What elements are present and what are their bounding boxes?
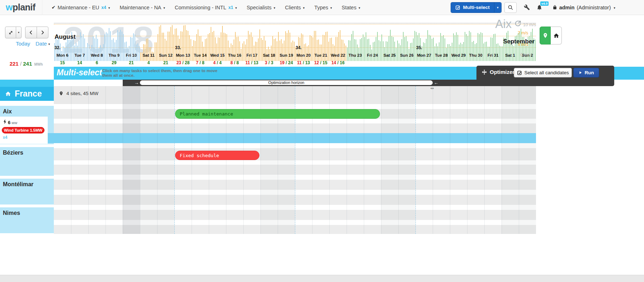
day-capacity: 29 [105, 60, 123, 65]
notifications-button[interactable]: v4.0 [536, 4, 542, 10]
menu-label: States [342, 5, 356, 10]
day-label: Thu 9 [105, 53, 123, 57]
day-capacity: 23 / 28 [174, 60, 192, 65]
multi-select-button[interactable]: Multi-select [451, 3, 494, 13]
chevron-down-icon: ▾ [18, 31, 19, 34]
task-planned-maintenance[interactable]: Planned maintenance [175, 109, 380, 119]
day-capacity: 3 / 3 [260, 60, 278, 65]
chevron-down-icon: ▾ [330, 5, 332, 10]
navbar-right: Multi-select ▾ v4.0 [451, 2, 644, 13]
zoom-range-button[interactable] [5, 27, 16, 38]
weekend-shade [278, 86, 295, 234]
menu-maintenance-eu[interactable]: ✔Maintenance - EUx4▾ [52, 5, 110, 10]
chevron-down-icon: ▾ [108, 5, 110, 10]
grid-column-line [347, 86, 347, 234]
admin-tools-button[interactable] [524, 4, 530, 10]
wind-scale-0: 0 m/s [520, 52, 531, 57]
grid-column-line [484, 86, 485, 234]
energy-total: 221 / 241 MWh [4, 61, 48, 67]
menu-label: Commissioning - INTL [175, 5, 226, 10]
day-label: Fri 17 [243, 53, 260, 57]
site-label-nimes[interactable]: Nimes [0, 207, 54, 216]
open-site-icon[interactable] [514, 20, 521, 27]
day-label: Sat 25 [381, 53, 398, 57]
weekend-shade [140, 86, 157, 234]
previous-period-button[interactable] [25, 27, 37, 38]
grid-column-line [519, 86, 519, 234]
app-logo[interactable]: wplanif [0, 0, 42, 15]
sites-summary: 4 sites, 45 MW [59, 91, 98, 96]
menu-specialists[interactable]: Specialists▾ [246, 5, 275, 10]
search-button[interactable] [504, 2, 517, 13]
home-view-button[interactable] [551, 27, 562, 44]
weekend-shade [398, 86, 415, 234]
check-square-icon [455, 5, 460, 10]
day-label: Fri 24 [364, 53, 381, 57]
menu-types[interactable]: Types▾ [314, 5, 332, 10]
play-icon [578, 71, 582, 75]
menu-label: Types [314, 5, 328, 10]
menu-maintenance-na[interactable]: Maintenance - NA▾ [119, 5, 165, 10]
focused-site-title: Aix [459, 17, 512, 31]
today-link[interactable]: Today [16, 41, 30, 47]
map-pin-button[interactable] [540, 27, 551, 44]
user-role: (Administrator) [577, 5, 611, 10]
check-icon: ✔ [52, 5, 56, 10]
day-label: Tue 28 [433, 53, 450, 57]
home-icon [5, 91, 11, 97]
grid-column-line [312, 86, 312, 234]
move-arrows-icon [481, 69, 487, 75]
optimization-horizon-bar[interactable]: Optimization horizon [140, 80, 433, 85]
chevron-down-icon: ▾ [358, 5, 360, 10]
chevron-right-icon [40, 30, 45, 35]
location-pin-icon [59, 91, 64, 96]
site-capacity: 6 MW [0, 117, 48, 125]
grid-column-line [415, 86, 416, 234]
day-capacity: 6 [88, 60, 105, 65]
day-capacity: 11 / 13 [243, 60, 260, 65]
menu-clients[interactable]: Clients▾ [285, 5, 305, 10]
wind-scale-7: 7 m/s [518, 30, 528, 36]
select-all-candidates-button[interactable]: Select all candidates [514, 68, 572, 77]
menu-label: Clients [285, 5, 301, 10]
turbine-count: x4 [3, 135, 48, 140]
turbine-type-badge[interactable]: Wind Turbine 1.5MW [2, 127, 44, 133]
user-menu[interactable]: admin (Administrator) ▾ [553, 5, 615, 10]
grid-column-line [140, 86, 140, 234]
zoom-range-dropdown[interactable]: ▾ [16, 27, 22, 38]
site-label-montelimar[interactable]: Montélimar [0, 179, 54, 188]
multi-select-label: Multi-select [463, 5, 489, 10]
site-label-beziers[interactable]: Béziers [0, 147, 54, 156]
chevron-down-icon: ▾ [235, 5, 237, 10]
menu-label: Maintenance - EU [58, 5, 99, 10]
horizon-label: Optimization horizon [268, 80, 304, 85]
day-label: Wed 15 [209, 53, 226, 57]
site-label-aix[interactable]: Aix [0, 106, 54, 115]
wind-scale-10: 10 m/s [523, 22, 536, 27]
today-column [123, 86, 140, 234]
day-capacity: 14 [71, 60, 88, 65]
day-label: Mon 20 [295, 53, 312, 57]
day-label: Wed 22 [329, 53, 347, 57]
date-link[interactable]: Date▾ [36, 41, 50, 47]
horizon-start-arrow-icon[interactable]: → [134, 80, 139, 85]
optimizer-button[interactable]: Optimizer [481, 69, 514, 75]
run-button[interactable]: Run [573, 68, 599, 77]
grid-column-line [123, 86, 123, 234]
username: admin [559, 5, 575, 10]
day-label: Mon 6 [54, 53, 71, 57]
week-label: 32. [55, 45, 61, 50]
energy-used: 221 [10, 61, 19, 67]
grid-column-line [192, 86, 192, 234]
week-label: 35. [416, 45, 422, 50]
multi-select-dropdown[interactable]: ▾ [494, 3, 501, 13]
menu-commissioning-intl[interactable]: Commissioning - INTLx1▾ [175, 5, 237, 10]
menu-label: Specialists [246, 5, 271, 10]
country-header[interactable]: France [0, 87, 54, 101]
next-period-button[interactable] [37, 27, 48, 38]
task-fixed-schedule[interactable]: Fixed schedule [175, 151, 259, 160]
day-label: Fri 31 [484, 53, 502, 57]
wind-scale-4: 4 m/s [518, 42, 528, 47]
menu-states[interactable]: States▾ [342, 5, 360, 10]
grid-column-line [433, 86, 433, 234]
